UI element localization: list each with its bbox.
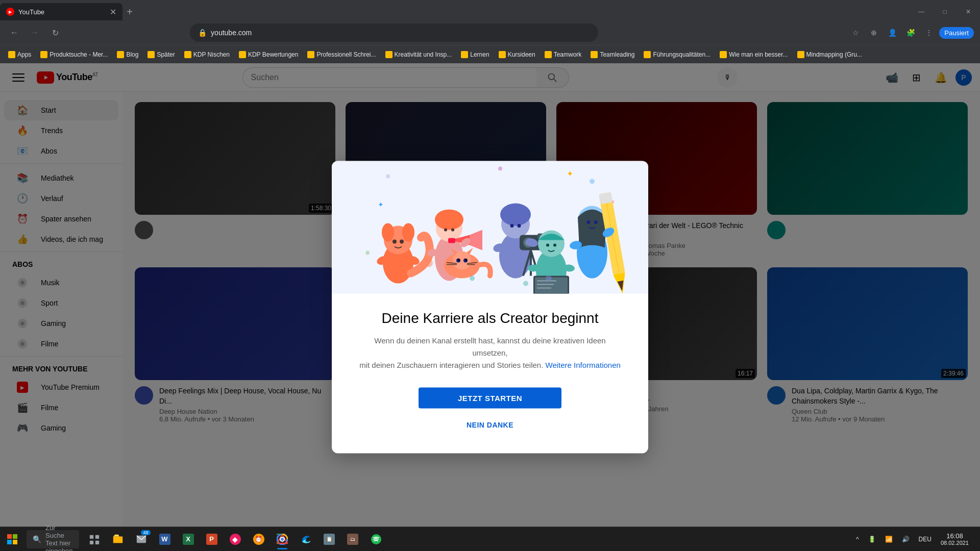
taskbar-notifications-button[interactable]: 48 xyxy=(130,528,153,550)
taskbar-app2-button[interactable]: 📋 xyxy=(318,528,340,550)
tab-bar: ▶ YouTube ✕ + — □ ✕ xyxy=(0,0,980,20)
forward-button[interactable]: → xyxy=(27,24,43,41)
modal-skip-button[interactable]: NEIN DANKE xyxy=(462,417,518,433)
taskbar-time-value: 16:08 xyxy=(946,532,963,540)
svg-point-107 xyxy=(371,534,381,544)
bookmark-teamleading[interactable]: Teamleading xyxy=(586,49,639,60)
svg-point-82 xyxy=(587,220,591,224)
bookmark-teamleading-label: Teamleading xyxy=(600,51,634,58)
svg-point-35 xyxy=(444,229,447,232)
bookmark-mindmapping-label: Mindmapping (Gru... xyxy=(806,51,862,58)
taskbar-app1-button[interactable]: ◆ xyxy=(224,528,247,550)
svg-rect-99 xyxy=(95,535,99,538)
taskbar-chrome-button[interactable] xyxy=(271,528,293,550)
svg-point-14 xyxy=(386,174,390,179)
reload-button[interactable]: ↻ xyxy=(47,24,63,41)
bookmark-teamwork-label: Teamwork xyxy=(554,51,582,58)
svg-text:✦: ✦ xyxy=(567,169,573,178)
taskbar: 🔍 Zur Suche Text hier eingeben 48 xyxy=(0,527,980,551)
extensions-icon[interactable]: 🧩 xyxy=(902,24,919,41)
svg-point-93 xyxy=(470,276,475,281)
bookmark-kursideen[interactable]: Kursideen xyxy=(495,49,540,60)
modal-illustration: ✦ ✦ ✦ xyxy=(332,161,648,294)
bookmark-blog-label: Blog xyxy=(126,51,138,58)
taskbar-clock[interactable]: 16:08 08.02.2021 xyxy=(937,530,973,548)
profile-button[interactable]: Pausiert xyxy=(939,27,974,39)
svg-point-58 xyxy=(518,224,521,228)
taskbar-language[interactable]: DEU xyxy=(915,534,936,545)
bookmark-professionell-label: Professionell Schrei... xyxy=(316,51,376,58)
active-tab[interactable]: ▶ YouTube ✕ xyxy=(0,3,122,20)
bookmark-fuehrung[interactable]: Führungsqualitäten... xyxy=(640,49,715,60)
bookmark-spaeter[interactable]: Später xyxy=(143,49,179,60)
bookmark-mindmapping[interactable]: Mindmapping (Gru... xyxy=(793,49,866,60)
taskbar-powerpoint-button[interactable]: P xyxy=(201,528,223,550)
taskbar-clock-button[interactable]: ⏰ xyxy=(248,528,270,550)
modal-more-info-link[interactable]: Weitere Informationen xyxy=(546,361,621,369)
taskbar-network-icon[interactable]: 📶 xyxy=(881,534,897,545)
modal-description-part1: Wenn du deinen Kanal erstellt hast, kann… xyxy=(374,336,605,357)
creator-modal: ✦ ✦ ✦ xyxy=(332,161,648,454)
taskbar-edge-button[interactable] xyxy=(295,528,317,550)
produktsuche-folder-icon xyxy=(40,51,47,58)
modal-description-part2: mit deinen Zuschauern interagieren und S… xyxy=(359,361,545,369)
svg-marker-39 xyxy=(470,230,482,251)
url-bar[interactable]: 🔒 youtube.com xyxy=(190,23,598,42)
teamleading-folder-icon xyxy=(591,51,598,58)
bookmark-lernen[interactable]: Lernen xyxy=(457,49,493,60)
close-button[interactable]: ✕ xyxy=(957,3,980,20)
svg-rect-94 xyxy=(7,534,12,539)
bookmark-produktsuche[interactable]: Produktsuche - Mer... xyxy=(36,49,112,60)
profile-icon[interactable]: 👤 xyxy=(884,24,900,41)
svg-point-17 xyxy=(365,251,370,255)
svg-point-49 xyxy=(465,259,467,261)
svg-point-92 xyxy=(546,276,552,282)
kreativitaet-folder-icon xyxy=(385,51,393,58)
bookmarks-star-icon[interactable]: ☆ xyxy=(847,24,864,41)
start-button[interactable] xyxy=(0,527,24,552)
bookmark-apps[interactable]: Apps xyxy=(4,49,35,60)
url-text: youtube.com xyxy=(211,29,252,37)
minimize-button[interactable]: — xyxy=(910,3,933,20)
new-tab-button[interactable]: + xyxy=(122,5,137,19)
taskbar-apps: 48 W X P ◆ ⏰ xyxy=(83,528,387,550)
taskbar-battery-icon[interactable]: 🔋 xyxy=(864,534,880,545)
professionell-folder-icon xyxy=(307,51,314,58)
taskbar-excel-button[interactable]: X xyxy=(177,528,200,550)
taskbar-system-tray: ^ 🔋 📶 🔊 DEU 16:08 08.02.2021 xyxy=(852,530,980,548)
bookmark-kdp-bewertungen[interactable]: KDP Bewertungen xyxy=(235,49,303,60)
modal-start-button[interactable]: JETZT STARTEN xyxy=(419,388,561,409)
browser-search-icon[interactable]: ⊕ xyxy=(866,24,882,41)
bookmark-professionell[interactable]: Professionell Schrei... xyxy=(303,49,380,60)
taskbar-spotify-button[interactable] xyxy=(365,528,387,550)
taskbar-search-box[interactable]: 🔍 Zur Suche Text hier eingeben xyxy=(27,530,79,548)
bookmark-kdp-nischen[interactable]: KDP Nischen xyxy=(180,49,234,60)
svg-point-20 xyxy=(523,281,528,286)
taskbar-taskview-button[interactable] xyxy=(83,528,106,550)
maximize-button[interactable]: □ xyxy=(933,3,957,20)
bookmark-teamwork[interactable]: Teamwork xyxy=(541,49,586,60)
back-button[interactable]: ← xyxy=(6,24,22,41)
taskbar-date-value: 08.02.2021 xyxy=(941,540,969,546)
address-bar: ← → ↻ 🔒 youtube.com ☆ ⊕ 👤 🧩 ⋮ Pausiert xyxy=(0,20,980,45)
bookmark-kursideen-label: Kursideen xyxy=(508,51,535,58)
lernen-folder-icon xyxy=(461,51,468,58)
bookmark-wieman[interactable]: Wie man ein besser... xyxy=(716,49,792,60)
mindmapping-folder-icon xyxy=(797,51,804,58)
taskbar-show-hidden-icons[interactable]: ^ xyxy=(852,534,863,545)
svg-text:✦: ✦ xyxy=(378,201,384,209)
bookmarks-bar: Apps Produktsuche - Mer... Blog Später K… xyxy=(0,45,980,63)
tab-close-button[interactable]: ✕ xyxy=(110,7,116,17)
svg-rect-85 xyxy=(599,192,612,204)
taskbar-word-button[interactable]: W xyxy=(154,528,176,550)
bookmark-kreativitaet[interactable]: Kreativität und Insp... xyxy=(381,49,456,60)
more-menu-button[interactable]: ⋮ xyxy=(921,24,937,41)
kdp-bewertungen-folder-icon xyxy=(239,51,246,58)
svg-point-27 xyxy=(402,223,414,242)
taskbar-app3-button[interactable]: 🗂 xyxy=(341,528,364,550)
svg-rect-38 xyxy=(448,238,455,243)
taskbar-volume-icon[interactable]: 🔊 xyxy=(898,534,914,545)
bookmark-blog[interactable]: Blog xyxy=(113,49,142,60)
taskbar-explorer-button[interactable] xyxy=(107,528,129,550)
bookmark-wieman-label: Wie man ein besser... xyxy=(729,51,788,58)
